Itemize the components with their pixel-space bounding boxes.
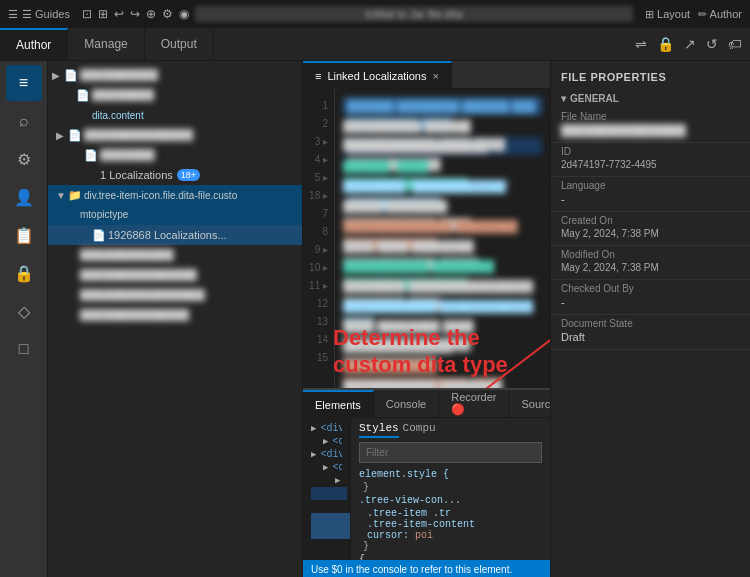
tree-item[interactable]: ▶ 📄 ██████████████ [48,125,302,145]
search-icon-btn[interactable]: ⌕ [6,103,42,139]
line-number: 13 [303,313,334,331]
devtools-tab-elements[interactable]: Elements [303,390,374,418]
tree-item[interactable]: ████████████ [48,245,302,265]
settings-icon-btn[interactable]: ⚙ [6,141,42,177]
tab-manage[interactable]: Manage [68,28,144,60]
editor-tab-label: Linked Localizations [327,70,426,82]
line-number: 1 [303,97,334,115]
line-number: 10 ▸ [303,259,334,277]
document-state-value: Draft [561,331,740,343]
redo-icon[interactable]: ↪ [130,7,140,21]
tree-item[interactable]: ██████████████ [48,305,302,325]
language-field: Language - [551,177,750,212]
line-number: 12 [303,295,334,313]
line-number: 14 [303,331,334,349]
tree-item[interactable]: ████████████████ [48,285,302,305]
clipboard-icon-btn[interactable]: 📋 [6,217,42,253]
export-icon[interactable]: ↗ [684,36,696,52]
square-icon-btn[interactable]: □ [6,331,42,367]
editor-content[interactable]: ██████ ████████ ██████ ███ █████████ ███… [335,89,550,388]
html-line: ▶ <div class="tree-item-sub" expanded ar… [311,474,342,487]
tree-item-selected-cont[interactable]: mtopictype [48,205,302,225]
devtools-content: ▶ <div class="tree-item has-children" id… [303,418,550,560]
explorer-icon-btn[interactable]: ≡ [6,65,42,101]
guides-menu[interactable]: ☰ ☰ Guides [8,8,70,21]
lock-icon-btn[interactable]: 🔒 [6,255,42,291]
editor-tab-close[interactable]: × [433,70,439,82]
editor-tab-icon: ≡ [315,70,321,82]
content-line: ████ ████████ ████ ████████████ ████ [343,317,542,335]
hamburger-icon: ☰ [8,8,18,21]
tree-item[interactable]: 📄 ███████ [48,145,302,165]
file-name-value: ████████████████ [561,124,740,136]
app-toolbar: ⊡ ⊞ ↩ ↪ ⊕ ⚙ ◉ tcMail to Jar file.dita [82,6,633,22]
general-section-label: ▾ GENERAL [551,89,750,108]
file-name-field: File Name ████████████████ [551,108,750,143]
styles-tab[interactable]: Styles [359,422,399,438]
content-line: ██████ "████" ████████████████ [343,157,542,175]
created-on-label: Created On [561,215,740,226]
user-icon-btn[interactable]: 👤 [6,179,42,215]
devtools-tab-recorder[interactable]: Recorder 🔴 [439,390,509,418]
undo-icon[interactable]: ↩ [114,7,124,21]
id-value: 2d474197-7732-4495 [561,159,740,170]
content-line: ████████████ ████████████████ ████ [343,357,542,375]
save-icon[interactable]: ⊡ [82,7,92,21]
devtools-html-panel[interactable]: ▶ <div class="tree-item has-children" id… [303,418,350,560]
align-icon[interactable]: ⇌ [635,36,647,52]
tab-author[interactable]: Author [0,28,68,60]
tree-item-label: ██████████ [80,69,158,81]
computed-tab[interactable]: Compu [403,422,436,438]
devtools-tab-sources[interactable]: Sources [509,390,550,418]
tab-output[interactable]: Output [145,28,214,60]
id-label: ID [561,146,740,157]
tree-arrow-icon: ▶ [52,70,64,81]
document-state-label: Document State [561,318,740,329]
app-bar-right: ⊞ Layout ✏ Author [645,8,742,21]
devtools-styles-panel: Styles Compu element.style { } .tree-vie… [350,418,550,560]
modified-on-value: May 2, 2024, 7:38 PM [561,262,740,273]
lock-icon[interactable]: 🔒 [657,36,674,52]
checked-out-by-value: - [561,296,740,308]
tag-icon[interactable]: 🏷 [728,36,742,52]
play-icon[interactable]: ◉ [179,7,189,21]
tree-item-selected[interactable]: ▼ 📁 div.tree-item-icon.file.dita-file.cu… [48,185,302,205]
settings-icon[interactable]: ⚙ [162,7,173,21]
html-line: ▶ <div class="tree-item has-children" ar… [311,448,342,461]
created-on-field: Created On May 2, 2024, 7:38 PM [551,212,750,246]
layout-label[interactable]: ⊞ Layout [645,8,690,21]
tree-item-child[interactable]: 📄 1926868 Localizations... [48,225,302,245]
app-bar: ☰ ☰ Guides ⊡ ⊞ ↩ ↪ ⊕ ⚙ ◉ tcMail to Jar f… [0,0,750,28]
tree-item[interactable]: ███████████████ [48,265,302,285]
html-line: ▶ <div class="tree-item-main" > </div> f… [311,435,342,448]
line-number: 5 ▸ [303,169,334,187]
checked-out-by-field: Checked Out By - [551,280,750,315]
grid-icon[interactable]: ⊞ [98,7,108,21]
line-numbers: 1 2 3 ▸ 4 ▸ 5 ▸ 18 ▸ 7 8 9 ▸ 10 ▸ 11 ▸ 1… [303,89,335,388]
guides-label: ☰ Guides [22,8,70,21]
line-number: 11 ▸ [303,277,334,295]
history-icon[interactable]: ↺ [706,36,718,52]
file-icon: 📄 [68,129,84,142]
diamond-icon-btn[interactable]: ◇ [6,293,42,329]
file-properties-panel: FILE PROPERTIES ▾ GENERAL File Name ████… [550,61,750,577]
html-line-svg: ▶ <svg viewBox="0 0 36 36" focusable="fa… [311,539,350,552]
devtools-tab-bar: Elements Console Recorder 🔴 Sources Perf… [303,390,550,418]
tree-item[interactable]: 1 Localizations 18+ [48,165,302,185]
html-line: ▶ <div class="tree-item has-children" id… [311,422,342,435]
styles-filter-input[interactable] [359,442,542,463]
tree-item[interactable]: ▶ 📄 ██████████ [48,65,302,85]
tree-expand-icon: ▼ [56,190,68,201]
line-number: 9 ▸ [303,241,334,259]
devtools-status-text: Use $0 in the console to refer to this e… [311,564,512,575]
find-icon[interactable]: ⊕ [146,7,156,21]
tree-item-label: ███████ [100,149,155,161]
devtools-panel: Elements Console Recorder 🔴 Sources Perf… [303,388,550,577]
tree-item[interactable]: 📄 ████████ [48,85,302,105]
author-label[interactable]: ✏ Author [698,8,742,21]
editor-tab-active[interactable]: ≡ Linked Localizations × [303,61,452,89]
tree-item-label: 1926868 Localizations... [108,229,227,241]
devtools-tab-console[interactable]: Console [374,390,439,418]
file-name-label: File Name [561,111,740,122]
tree-item[interactable]: dita.content [48,105,302,125]
